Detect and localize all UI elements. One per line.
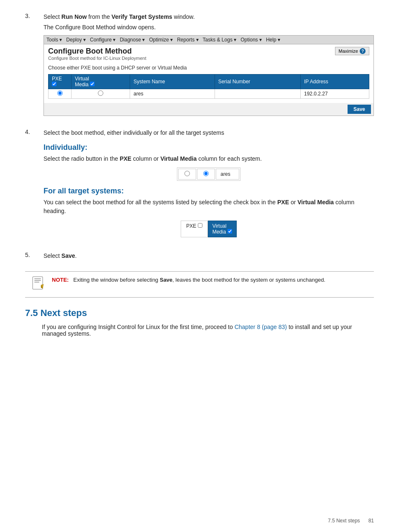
step-4-content: Select the boot method, either individua… xyxy=(43,129,374,242)
help-icon[interactable]: ? xyxy=(360,48,366,54)
step-5-number: 5. xyxy=(25,252,35,262)
pxe-radio[interactable] xyxy=(57,90,63,96)
pxe-checkbox[interactable] xyxy=(52,82,56,86)
step-3-content: Select Run Now from the Verify Target Sy… xyxy=(43,13,374,119)
menu-configure[interactable]: Configure ▾ xyxy=(90,37,115,43)
footer-page: 81 xyxy=(368,518,374,524)
svg-rect-1 xyxy=(34,278,41,279)
window-footer: Save xyxy=(44,103,373,116)
menu-reports[interactable]: Reports ▾ xyxy=(177,37,198,43)
chapter-8-link[interactable]: Chapter 8 (page 83) xyxy=(235,324,287,330)
maximize-label: Maximize xyxy=(339,49,358,54)
demo-pxe-radio[interactable] xyxy=(178,169,196,180)
step-5-text: Select Save. xyxy=(43,252,374,260)
page-footer: 7.5 Next steps 81 xyxy=(328,518,374,524)
menu-options[interactable]: Options ▾ xyxy=(240,37,262,43)
window-body: Choose either PXE boot using a DHCP serv… xyxy=(44,62,373,103)
demo-vm-cell[interactable]: VirtualMedia xyxy=(208,221,237,237)
note-icon xyxy=(31,276,46,293)
ip-address-cell: 192.0.2.27 xyxy=(301,89,369,99)
demo-pxe-checkbox[interactable] xyxy=(198,223,202,228)
step-4-number: 4. xyxy=(25,129,35,242)
for-all-heading: For all target systems: xyxy=(43,187,374,195)
section-text: If you are configuring Insight Control f… xyxy=(42,324,374,337)
step-4-text: Select the boot method, either individua… xyxy=(43,129,374,137)
vm-radio-cell[interactable] xyxy=(72,89,130,99)
menu-optimize[interactable]: Optimize ▾ xyxy=(149,37,173,43)
note-label: NOTE: xyxy=(52,277,69,283)
step-3: 3. Select Run Now from the Verify Target… xyxy=(25,13,374,119)
col-virtual-media[interactable]: VirtualMedia xyxy=(72,75,130,89)
step-4: 4. Select the boot method, either indivi… xyxy=(25,129,374,242)
step-3-subtext: The Configure Boot Method window opens. xyxy=(43,23,374,32)
step-3-text: Select Run Now from the Verify Target Sy… xyxy=(43,13,374,21)
pxe-radio-cell[interactable] xyxy=(49,89,72,99)
menu-help[interactable]: Help ▾ xyxy=(266,37,280,43)
pxevm-demo: PXE VirtualMedia xyxy=(181,221,236,237)
individually-text: Select the radio button in the PXE colum… xyxy=(43,154,374,163)
demo-system-name: ares xyxy=(216,169,239,180)
serial-number-cell xyxy=(215,89,300,99)
demo-pxe-cell[interactable]: PXE xyxy=(181,221,207,237)
configure-boot-window: Tools ▾ Deploy ▾ Configure ▾ Diagnose ▾ … xyxy=(43,35,374,116)
individually-heading: Individually: xyxy=(43,143,374,152)
col-pxe[interactable]: PXE xyxy=(49,75,72,89)
footer-section: 7.5 Next steps xyxy=(328,518,360,524)
menu-diagnose[interactable]: Diagnose ▾ xyxy=(120,37,145,43)
window-subtitle: Configure Boot method for IC-Linux Deplo… xyxy=(48,56,146,61)
menu-deploy[interactable]: Deploy ▾ xyxy=(66,37,86,43)
system-name-cell: ares xyxy=(130,89,215,99)
section-heading: 7.5 Next steps xyxy=(25,308,374,320)
col-serial-number: Serial Number xyxy=(215,75,300,89)
demo-pxe-input[interactable] xyxy=(184,171,190,176)
window-title-group: Configure Boot Method Configure Boot met… xyxy=(48,47,146,61)
menu-tasks-logs[interactable]: Tasks & Logs ▾ xyxy=(203,37,237,43)
demo-vm-input[interactable] xyxy=(203,171,209,176)
step-5-content: Select Save. xyxy=(43,252,374,262)
col-ip-address: IP Address xyxy=(301,75,369,89)
note-box: NOTE: Exiting the window before selectin… xyxy=(25,271,374,298)
demo-vm-checkbox2[interactable] xyxy=(228,229,232,234)
menu-tools[interactable]: Tools ▾ xyxy=(46,37,62,43)
window-desc: Choose either PXE boot using a DHCP serv… xyxy=(48,65,369,71)
step-5: 5. Select Save. xyxy=(25,252,374,262)
col-system-name: System Name xyxy=(130,75,215,89)
vm-radio[interactable] xyxy=(98,90,103,96)
demo-vm-radio[interactable] xyxy=(197,169,215,180)
table-row: ares 192.0.2.27 xyxy=(49,89,369,99)
radio-demo-table: ares xyxy=(177,167,240,181)
svg-rect-2 xyxy=(34,280,41,281)
section-content: If you are configuring Insight Control f… xyxy=(42,324,374,337)
window-title-bar: Configure Boot Method Configure Boot met… xyxy=(44,44,373,62)
vm-checkbox[interactable] xyxy=(90,82,95,86)
window-title: Configure Boot Method xyxy=(48,47,146,56)
window-menubar: Tools ▾ Deploy ▾ Configure ▾ Diagnose ▾ … xyxy=(44,36,373,44)
maximize-button[interactable]: Maximize ? xyxy=(335,47,369,55)
step-3-number: 3. xyxy=(25,13,35,119)
save-button[interactable]: Save xyxy=(348,105,371,114)
svg-rect-3 xyxy=(34,282,39,283)
boot-method-table: PXE VirtualMedia System Name Serial Numb… xyxy=(48,74,369,99)
note-text: NOTE: Exiting the window before selectin… xyxy=(52,276,325,284)
for-all-text: You can select the boot method for all t… xyxy=(43,198,374,216)
